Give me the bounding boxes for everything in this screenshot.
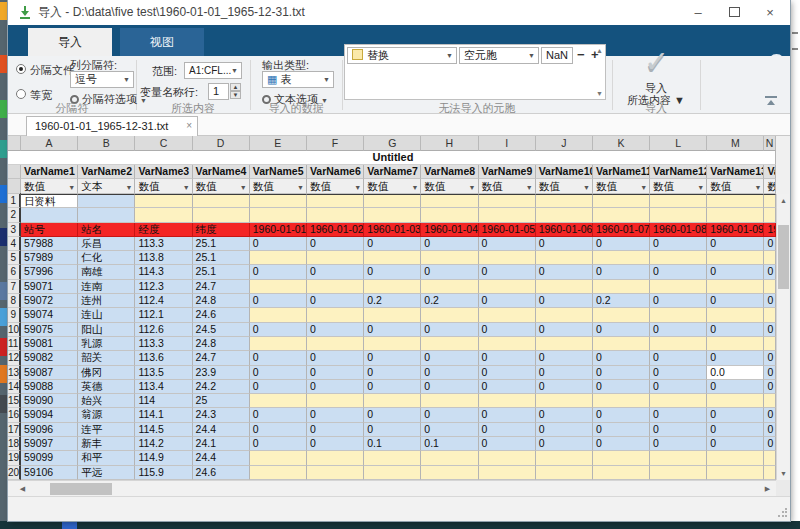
grid-cell[interactable] — [307, 394, 364, 408]
row-number[interactable]: 4 — [8, 237, 21, 251]
chevron-down-icon[interactable]: ▼ — [526, 181, 533, 194]
grid-cell[interactable]: 0 — [479, 437, 536, 451]
grid-cell[interactable] — [479, 251, 536, 265]
grid-cell[interactable]: 0 — [307, 366, 364, 380]
grid-cell[interactable] — [421, 466, 478, 480]
grid-cell[interactable]: 112.3 — [135, 280, 192, 294]
varname-cell[interactable]: VarName3 — [135, 165, 192, 179]
grid-cell[interactable]: 0 — [650, 408, 707, 422]
grid-cell[interactable] — [650, 194, 707, 208]
grid-cell[interactable]: 连南 — [78, 280, 135, 294]
delimited-radio-label[interactable]: 分隔文件 — [30, 63, 74, 78]
row-number[interactable]: 18 — [8, 437, 21, 451]
grid-cell[interactable]: 平远 — [78, 466, 135, 480]
row-number[interactable]: 7 — [8, 280, 21, 294]
grid-cell[interactable]: 0 — [707, 323, 764, 337]
grid-cell[interactable]: 0 — [536, 294, 593, 308]
grid-cell[interactable]: 英德 — [78, 380, 135, 394]
grid-cell[interactable] — [307, 337, 364, 351]
output-type-select[interactable]: ▦ 表▼ — [262, 71, 334, 88]
import-button-icon[interactable]: ✓✓ — [628, 48, 684, 82]
scroll-up-icon[interactable]: ▲ — [777, 194, 790, 207]
grid-cell[interactable] — [193, 194, 250, 208]
grid-cell[interactable]: 0 — [421, 237, 478, 251]
grid-cell[interactable] — [764, 466, 775, 480]
grid-cell[interactable]: 0 — [479, 237, 536, 251]
row-number[interactable]: 10 — [8, 323, 21, 337]
grid-cell[interactable]: 0 — [707, 423, 764, 437]
grid-cell[interactable] — [421, 394, 478, 408]
grid-cell[interactable]: 韶关 — [78, 351, 135, 365]
grid-cell[interactable] — [307, 280, 364, 294]
grid-cell[interactable] — [421, 251, 478, 265]
grid-cell[interactable] — [421, 451, 478, 465]
grid-cell[interactable]: 59081 — [21, 337, 78, 351]
grid-cell[interactable]: 1960-01-10 — [764, 223, 775, 237]
document-tab-close-icon[interactable]: × — [186, 117, 192, 135]
grid-cell[interactable]: 0 — [421, 380, 478, 394]
grid-cell[interactable]: 114.2 — [135, 437, 192, 451]
grid-cell[interactable]: 113.8 — [135, 251, 192, 265]
column-header-H[interactable]: H — [421, 136, 478, 151]
grid-cell[interactable]: 113.3 — [135, 237, 192, 251]
grid-cell[interactable]: 24.7 — [193, 351, 250, 365]
grid-cell[interactable] — [593, 466, 650, 480]
grid-cell[interactable] — [421, 194, 478, 208]
column-header-F[interactable]: F — [307, 136, 364, 151]
grid-cell[interactable]: 阳山 — [78, 323, 135, 337]
grid-cell[interactable]: 0 — [250, 423, 307, 437]
grid-cell[interactable]: 0 — [707, 408, 764, 422]
grid-cell[interactable]: 59090 — [21, 394, 78, 408]
grid-cell[interactable]: 0 — [250, 237, 307, 251]
grid-cell[interactable] — [650, 451, 707, 465]
grid-cell[interactable]: 114.1 — [135, 408, 192, 422]
grid-cell[interactable]: 24.8 — [193, 294, 250, 308]
scroll-right-icon[interactable]: ▶ — [761, 482, 774, 495]
desktop-icon[interactable] — [0, 365, 8, 383]
grid-cell[interactable]: 115.9 — [135, 466, 192, 480]
variable-name-row-stepper[interactable]: ▲▼ — [230, 83, 241, 100]
chevron-down-icon[interactable]: ▼ — [583, 181, 590, 194]
grid-cell[interactable]: 1960-01-02 — [307, 223, 364, 237]
grid-cell[interactable] — [707, 251, 764, 265]
chevron-down-icon[interactable]: ▼ — [766, 181, 773, 194]
grid-cell[interactable]: 连州 — [78, 294, 135, 308]
grid-cell[interactable]: 0 — [593, 437, 650, 451]
grid-cell[interactable] — [650, 466, 707, 480]
grid-cell[interactable]: 0 — [593, 366, 650, 380]
grid-cell[interactable]: 连平 — [78, 423, 135, 437]
grid-cell[interactable] — [536, 394, 593, 408]
grid-cell[interactable] — [593, 280, 650, 294]
grid-cell[interactable] — [764, 451, 775, 465]
grid-cell[interactable]: 112.6 — [135, 323, 192, 337]
grid-cell[interactable] — [250, 280, 307, 294]
grid-cell[interactable]: 24.4 — [193, 451, 250, 465]
grid-cell[interactable]: 0.0 — [707, 366, 764, 380]
grid-cell[interactable]: 0 — [421, 265, 478, 279]
grid-cell[interactable]: 0 — [764, 423, 775, 437]
grid-cell[interactable] — [593, 208, 650, 222]
delimited-radio[interactable] — [16, 64, 26, 74]
grid-cell[interactable]: 0 — [307, 408, 364, 422]
grid-cell[interactable]: 0 — [479, 294, 536, 308]
delimiter-select[interactable]: 逗号▼ — [70, 71, 134, 88]
grid-cell[interactable] — [364, 337, 421, 351]
grid-cell[interactable]: 0 — [364, 423, 421, 437]
rules-scroll-up-icon[interactable]: ▲ — [596, 47, 603, 54]
grid-cell[interactable] — [536, 208, 593, 222]
grid-cell[interactable]: 57988 — [21, 237, 78, 251]
taskbar-app-icon[interactable] — [62, 521, 77, 529]
grid-cell[interactable]: 0 — [250, 437, 307, 451]
grid-cell[interactable]: 25.1 — [193, 237, 250, 251]
column-type-dropdown[interactable]: 数值▼ — [650, 179, 707, 194]
grid-cell[interactable] — [707, 194, 764, 208]
column-type-dropdown[interactable]: 数值▼ — [707, 179, 764, 194]
row-number[interactable]: 15 — [8, 394, 21, 408]
grid-cell[interactable]: 25.1 — [193, 251, 250, 265]
stepper-down-icon[interactable]: ▼ — [230, 91, 241, 99]
document-tab[interactable]: 1960-01-01_1965-12-31.txt × — [26, 116, 198, 136]
column-type-dropdown[interactable]: 数值▼ — [536, 179, 593, 194]
grid-cell[interactable]: 114 — [135, 394, 192, 408]
varname-cell[interactable]: VarName14 — [764, 165, 775, 179]
grid-cell[interactable] — [536, 251, 593, 265]
